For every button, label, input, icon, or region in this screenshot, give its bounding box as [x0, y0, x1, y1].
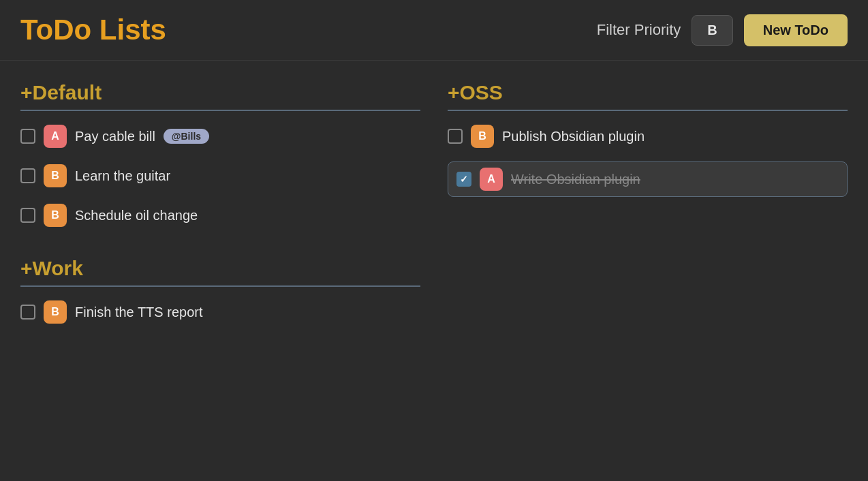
filter-priority-button[interactable]: B — [692, 15, 732, 46]
checkbox-write-obsidian[interactable] — [456, 172, 471, 187]
priority-badge-a-write: A — [480, 168, 503, 191]
app-title: ToDo Lists — [20, 14, 166, 46]
main-content: +Default A Pay cable bill @Bills B Learn… — [0, 61, 868, 347]
work-todo-list: B Finish the TTS report — [20, 298, 420, 326]
todo-item-write-obsidian: A Write Obsidian plugin — [448, 161, 848, 197]
section-oss: +OSS B Publish Obsidian plugin A Write O… — [448, 81, 848, 197]
todo-item-schedule-oil-change: B Schedule oil change — [20, 201, 420, 230]
new-todo-button[interactable]: New ToDo — [744, 14, 848, 46]
todo-text-finish-tts-report: Finish the TTS report — [75, 305, 202, 320]
todo-text-learn-guitar: Learn the guitar — [75, 168, 170, 184]
header-right: Filter Priority B New ToDo — [597, 14, 848, 46]
oss-todo-list: B Publish Obsidian plugin A Write Obsidi… — [448, 122, 848, 197]
todo-item-publish-obsidian: B Publish Obsidian plugin — [448, 122, 848, 151]
default-todo-list: A Pay cable bill @Bills B Learn the guit… — [20, 122, 420, 230]
section-oss-title: +OSS — [448, 81, 848, 111]
todo-text-schedule-oil-change: Schedule oil change — [75, 208, 198, 223]
checkbox-learn-guitar[interactable] — [20, 168, 35, 183]
section-default-title: +Default — [20, 81, 420, 111]
section-work-title: +Work — [20, 257, 420, 287]
priority-badge-b-guitar: B — [44, 164, 67, 187]
todo-text-write-obsidian: Write Obsidian plugin — [511, 172, 640, 187]
todo-item-learn-guitar: B Learn the guitar — [20, 161, 420, 190]
priority-badge-a: A — [44, 125, 67, 148]
priority-badge-b-tts: B — [44, 300, 67, 324]
header: ToDo Lists Filter Priority B New ToDo — [0, 0, 868, 61]
todo-item-pay-cable-bill: A Pay cable bill @Bills — [20, 122, 420, 151]
checkbox-pay-cable-bill[interactable] — [20, 129, 35, 144]
section-default: +Default A Pay cable bill @Bills B Learn… — [20, 81, 420, 230]
filter-label: Filter Priority — [597, 21, 681, 39]
section-work: +Work B Finish the TTS report — [20, 257, 420, 326]
left-column: +Default A Pay cable bill @Bills B Learn… — [20, 74, 434, 333]
todo-text-pay-cable-bill: Pay cable bill — [75, 129, 155, 144]
priority-badge-b-oil: B — [44, 204, 67, 227]
todo-item-finish-tts-report: B Finish the TTS report — [20, 298, 420, 326]
tag-bills: @Bills — [164, 129, 209, 144]
todo-text-publish-obsidian: Publish Obsidian plugin — [502, 129, 645, 144]
checkbox-publish-obsidian[interactable] — [448, 129, 463, 144]
checkbox-finish-tts-report[interactable] — [20, 305, 35, 320]
right-column: +OSS B Publish Obsidian plugin A Write O… — [434, 74, 848, 333]
checkbox-schedule-oil-change[interactable] — [20, 208, 35, 223]
priority-badge-b-publish: B — [471, 125, 494, 148]
